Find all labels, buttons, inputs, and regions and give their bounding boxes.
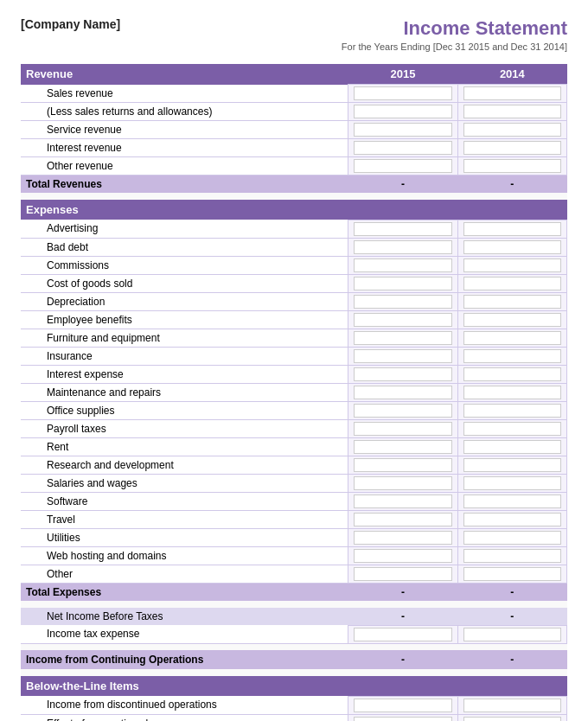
list-item: Utilities	[21, 528, 567, 546]
expenses-2014-header	[457, 200, 566, 220]
income-tax-row: Income tax expense	[21, 625, 567, 643]
revenue-2014-header: 2014	[457, 64, 566, 85]
revenue-label: Revenue	[21, 64, 348, 85]
revenue-item-2-2015[interactable]	[348, 103, 457, 121]
list-item: Advertising	[21, 220, 567, 238]
company-name: [Company Name]	[21, 17, 120, 31]
list-item: Employee benefits	[21, 310, 567, 329]
revenue-item-2-2014[interactable]	[457, 103, 566, 121]
list-item: Effect of accounting changes	[21, 714, 567, 721]
spacer	[21, 601, 567, 608]
statement-table: Revenue 2015 2014 Sales revenue (Less sa…	[21, 64, 567, 721]
list-item: Income from discontinued operations	[21, 696, 567, 714]
expenses-label: Expenses	[21, 200, 348, 220]
list-item: Maintenance and repairs	[21, 383, 567, 401]
revenue-item-5: Other revenue	[21, 157, 348, 175]
list-item: Bad debt	[21, 238, 567, 256]
revenue-item-3: Service revenue	[21, 121, 348, 139]
income-tax-label: Income tax expense	[21, 625, 348, 643]
list-item: Office supplies	[21, 401, 567, 419]
income-from-ops-2014: -	[457, 650, 566, 669]
net-before-taxes-2015: -	[348, 608, 457, 626]
list-item: Research and development	[21, 456, 567, 474]
expenses-section-header: Expenses	[21, 200, 567, 220]
list-item: Service revenue	[21, 121, 567, 139]
list-item: Commissions	[21, 256, 567, 274]
spacer	[21, 643, 567, 650]
list-item: Salaries and wages	[21, 474, 567, 492]
total-expenses-2015: -	[348, 583, 457, 601]
total-expenses-label: Total Expenses	[21, 583, 348, 601]
list-item: Payroll taxes	[21, 419, 567, 437]
total-revenues-row: Total Revenues - -	[21, 175, 567, 194]
revenue-section-header: Revenue 2015 2014	[21, 64, 567, 85]
total-expenses-2014: -	[457, 583, 566, 601]
list-item: Furniture and equipment	[21, 329, 567, 347]
page: [Company Name] Income Statement For the …	[0, 0, 588, 721]
total-expenses-row: Total Expenses - -	[21, 583, 567, 601]
spacer	[21, 193, 567, 200]
list-item: (Less sales returns and allowances)	[21, 103, 567, 121]
revenue-item-3-2014[interactable]	[457, 121, 566, 139]
total-revenues-2014: -	[457, 175, 566, 194]
list-item: Cost of goods sold	[21, 274, 567, 292]
revenue-item-2: (Less sales returns and allowances)	[21, 103, 348, 121]
expenses-2015-header	[348, 200, 457, 220]
revenue-item-5-2015[interactable]	[348, 157, 457, 175]
list-item: Web hosting and domains	[21, 546, 567, 565]
revenue-2015-header: 2015	[348, 64, 457, 85]
list-item: Interest revenue	[21, 139, 567, 157]
revenue-item-1-2014[interactable]	[457, 85, 566, 103]
title-block: Income Statement For the Years Ending [D…	[342, 17, 567, 52]
total-revenues-label: Total Revenues	[21, 175, 348, 194]
list-item: Sales revenue	[21, 85, 567, 103]
income-from-ops-label: Income from Continuing Operations	[21, 650, 348, 669]
net-before-taxes-label: Net Income Before Taxes	[21, 608, 348, 626]
list-item: Travel	[21, 510, 567, 528]
revenue-item-4-2014[interactable]	[457, 139, 566, 157]
spacer	[21, 669, 567, 676]
income-from-ops-row: Income from Continuing Operations - -	[21, 650, 567, 669]
list-item: Rent	[21, 437, 567, 456]
subtitle: For the Years Ending [Dec 31 2015 and De…	[342, 41, 567, 52]
page-header: [Company Name] Income Statement For the …	[21, 17, 567, 52]
below-line-section-header: Below-the-Line Items	[21, 676, 567, 696]
list-item: Other revenue	[21, 157, 567, 175]
net-before-taxes-2014: -	[457, 608, 566, 626]
list-item: Interest expense	[21, 365, 567, 383]
revenue-item-4: Interest revenue	[21, 139, 348, 157]
revenue-item-4-2015[interactable]	[348, 139, 457, 157]
list-item: Software	[21, 492, 567, 510]
list-item: Depreciation	[21, 292, 567, 310]
page-title: Income Statement	[342, 17, 567, 40]
net-before-taxes-row: Net Income Before Taxes - -	[21, 608, 567, 626]
revenue-item-3-2015[interactable]	[348, 121, 457, 139]
below-line-label: Below-the-Line Items	[21, 676, 348, 696]
list-item: Other	[21, 565, 567, 583]
list-item: Insurance	[21, 347, 567, 365]
total-revenues-2015: -	[348, 175, 457, 194]
revenue-item-5-2014[interactable]	[457, 157, 566, 175]
revenue-item-1: Sales revenue	[21, 85, 348, 103]
income-from-ops-2015: -	[348, 650, 457, 669]
revenue-item-1-2015[interactable]	[348, 85, 457, 103]
